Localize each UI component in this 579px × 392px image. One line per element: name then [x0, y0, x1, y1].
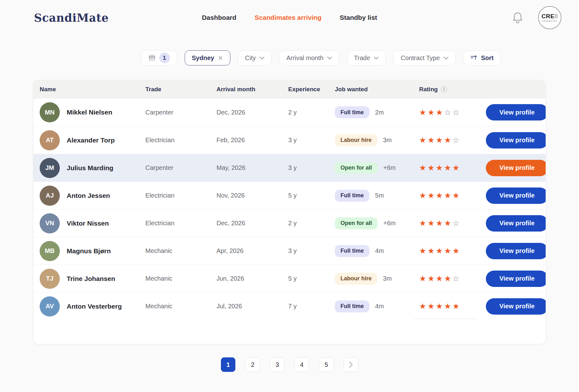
view-profile-button[interactable]: View profile [486, 271, 546, 287]
filter-bar: 1 Sydney ✕ City Arrival month Trade Cont… [0, 50, 579, 65]
notification-bell-icon[interactable] [512, 12, 523, 23]
rating-divider [414, 319, 478, 319]
view-profile-button[interactable]: View profile [486, 160, 546, 176]
rating-cell: ★★★★☆ [419, 136, 486, 145]
top-bar: ScandiMate Dashboard Scandimates arrivin… [0, 0, 579, 35]
page-button-1[interactable]: 1 [221, 357, 235, 372]
experience-cell: 2 y [288, 109, 335, 116]
experience-cell: 3 y [288, 247, 335, 255]
col-header-trade: Trade [145, 86, 216, 93]
avatar: AV [40, 296, 60, 316]
job-duration: 4m [375, 247, 384, 255]
rating-cell: ★★★★☆ [419, 219, 486, 228]
star-empty-icons: ☆☆ [444, 108, 461, 117]
trade-cell: Electrician [145, 220, 216, 227]
star-filled-icons: ★★★★★ [419, 163, 461, 172]
arrival-month-cell: Dec, 2026 [216, 109, 288, 116]
rating-cell: ★★★★★ [419, 163, 486, 172]
actions-cell: View profile [486, 132, 546, 148]
experience-cell: 7 y [288, 303, 335, 310]
person-name: Julius Marding [67, 164, 113, 172]
star-filled-icons: ★★★★ [419, 274, 453, 283]
job-duration: 3m [383, 137, 392, 144]
active-filter-chip-sydney[interactable]: Sydney ✕ [185, 50, 230, 65]
person-name-cell: MBMagnus Bjørn [40, 241, 145, 261]
job-type-badge: Full time [335, 106, 369, 118]
nav-item-dashboard[interactable]: Dashboard [202, 14, 236, 21]
arrival-month-cell: May, 2026 [216, 164, 288, 171]
job-duration: +6m [383, 164, 396, 171]
trade-cell: Electrician [145, 192, 216, 199]
view-profile-button[interactable]: View profile [486, 188, 546, 204]
table-row: VNViktor NissenElectricianDec, 20262 yOp… [33, 209, 546, 237]
person-name-cell: VNViktor Nissen [40, 213, 145, 233]
person-name-cell: JMJulius Marding [40, 158, 145, 178]
person-name: Trine Johansen [67, 275, 115, 283]
applied-filters-count: 1 [159, 53, 170, 63]
dropdown-trade[interactable]: Trade [347, 50, 386, 65]
chevron-down-icon [444, 57, 448, 59]
chevron-down-icon [327, 57, 332, 59]
account-logo-text: CRE8 [542, 13, 558, 19]
actions-cell: View profile [486, 271, 546, 287]
arrival-month-cell: Nov, 2026 [216, 192, 288, 199]
page-button-5[interactable]: 5 [319, 357, 334, 372]
arrival-month-cell: Apr, 2026 [216, 247, 288, 255]
sliders-icon [149, 54, 155, 62]
rating-cell: ★★★★★ [419, 302, 486, 311]
nav-item-standby-list[interactable]: Standby list [340, 14, 377, 21]
sort-icon [470, 55, 477, 61]
view-profile-button[interactable]: View profile [486, 215, 546, 232]
person-name: Alexander Torp [67, 137, 115, 144]
star-filled-icons: ★★★★ [419, 136, 453, 144]
page-button-4[interactable]: 4 [295, 357, 309, 372]
nav-item-scandimates-arriving[interactable]: Scandimates arriving [255, 14, 321, 21]
view-profile-button[interactable]: View profile [486, 104, 546, 120]
table-header-row: Name Trade Arrival month Experience Job … [33, 80, 546, 98]
star-filled-icons: ★★★★★ [419, 191, 461, 200]
view-profile-button[interactable]: View profile [486, 132, 546, 148]
account-avatar[interactable]: CRE8 CARPENTRY [538, 6, 561, 29]
rating-info-icon[interactable]: i [441, 86, 447, 92]
job-duration: 4m [375, 303, 384, 310]
job-type-badge: Open for all [335, 162, 378, 174]
rating-cell: ★★★★★ [419, 191, 486, 200]
view-profile-button[interactable]: View profile [486, 243, 546, 259]
person-name-cell: MNMikkel Nielsen [40, 102, 145, 122]
next-page-button[interactable] [344, 357, 358, 372]
trade-cell: Mechanic [145, 275, 216, 282]
person-name: Anton Jessen [67, 192, 110, 199]
trade-cell: Electrician [145, 137, 216, 144]
view-profile-button[interactable]: View profile [486, 298, 546, 315]
person-name-cell: AVAnton Vesterberg [40, 296, 145, 316]
col-header-name: Name [40, 86, 145, 93]
job-duration: +6m [383, 220, 396, 227]
app-logo: ScandiMate [34, 11, 109, 24]
person-name-cell: TJTrine Johansen [40, 269, 145, 289]
person-name: Anton Vesterberg [67, 303, 122, 310]
table-row: MBMagnus BjørnMechanicApr, 20263 yFull t… [33, 237, 546, 265]
dropdown-contract-type[interactable]: Contract Type [393, 50, 455, 65]
trade-cell: Carpenter [145, 164, 216, 171]
dropdown-city[interactable]: City [238, 50, 272, 65]
job-wanted-cell: Labour hire3m [335, 273, 419, 285]
table-row: TJTrine JohansenMechanicJun, 20265 yLabo… [33, 265, 546, 292]
star-filled-icons: ★★★★ [419, 219, 453, 227]
star-filled-icons: ★★★ [419, 108, 444, 117]
job-wanted-cell: Full time4m [335, 300, 419, 312]
sort-button[interactable]: Sort [463, 50, 501, 65]
experience-cell: 2 y [288, 220, 335, 227]
pagination: 12345 [0, 357, 579, 372]
filter-settings-button[interactable]: 1 [141, 50, 177, 65]
page-button-3[interactable]: 3 [270, 357, 284, 372]
remove-filter-icon[interactable]: ✕ [218, 54, 223, 62]
job-wanted-cell: Open for all+6m [335, 162, 419, 174]
arrival-month-cell: Jun, 2026 [216, 275, 288, 282]
person-name: Mikkel Nielsen [67, 109, 112, 116]
arrival-month-cell: Dec, 2026 [216, 220, 288, 227]
dropdown-arrival-month[interactable]: Arrival month [279, 50, 339, 65]
experience-cell: 3 y [288, 137, 335, 144]
page-button-2[interactable]: 2 [245, 357, 260, 372]
chevron-down-icon [260, 57, 264, 59]
experience-cell: 5 y [288, 275, 335, 282]
